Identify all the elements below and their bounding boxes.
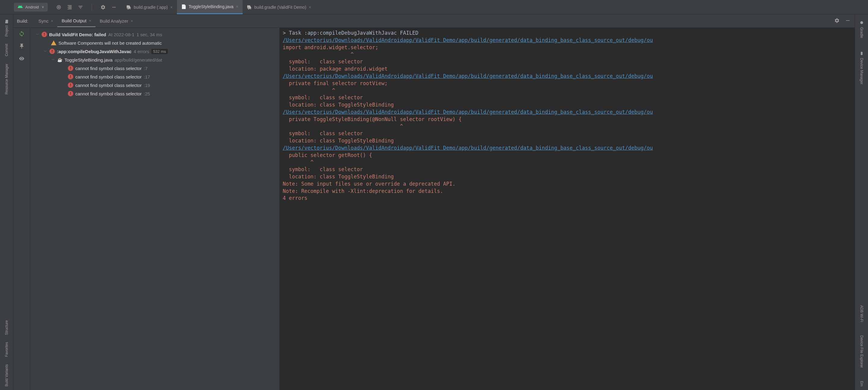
tree-action-column [13, 28, 30, 390]
build-label: Build: [17, 19, 28, 24]
right-tool-strip: Gradle Device Manager ADB Wi-Fi Device F… [855, 15, 868, 390]
right-tab-device-manager[interactable]: Device Manager [858, 48, 865, 88]
build-console[interactable]: > Task :app:compileDebugJavaWithJavac FA… [280, 28, 855, 390]
build-tab-sync[interactable]: Sync× [34, 16, 58, 27]
right-tab-device-file-explorer[interactable]: Device File Explorer [858, 332, 865, 371]
tree-file[interactable]: ﹀ ☕ ToggleStyleBinding.java app/build/ge… [30, 56, 279, 64]
error-icon: ! [41, 32, 47, 37]
top-toolbar: Android ▾ 🐘 build.gradle (:app) × 📄 Togg… [0, 0, 868, 15]
view-icon[interactable] [19, 56, 25, 62]
gradle-icon: 🐘 [247, 5, 252, 10]
left-tab-structure[interactable]: Structure [3, 317, 10, 339]
gear-icon[interactable] [834, 18, 840, 24]
rerun-icon[interactable] [19, 31, 25, 38]
java-file-icon: ☕ [57, 57, 62, 62]
editor-tab-label: ToggleStyleBinding.java [189, 4, 234, 9]
file-path-link[interactable]: /Users/vectorius/Downloads/ValidAndroida… [283, 73, 653, 79]
chevron-down-icon[interactable]: ﹀ [35, 32, 39, 37]
warning-icon [51, 40, 56, 45]
svg-rect-2 [112, 7, 116, 7]
android-icon [18, 4, 23, 10]
left-tab-resource-manager[interactable]: Resource Manager [3, 60, 10, 98]
editor-tab-label: build.gradle (ValidFit Demo) [254, 5, 306, 10]
file-path-link[interactable]: /Users/vectorius/Downloads/ValidAndroida… [283, 109, 653, 115]
close-icon[interactable]: × [236, 4, 239, 9]
toolbar-icon-group [56, 4, 117, 11]
left-tool-strip: Project Commit Resource Manager Structur… [0, 15, 13, 390]
chevron-down-icon[interactable]: ﹀ [51, 58, 55, 62]
error-icon: ! [68, 65, 73, 71]
close-icon[interactable]: × [309, 5, 311, 10]
run-config-label: Android [25, 5, 39, 9]
right-tab-gradle[interactable]: Gradle [858, 17, 865, 41]
left-tab-project[interactable]: Project [3, 16, 10, 40]
error-icon: ! [68, 74, 73, 79]
error-icon: ! [68, 82, 73, 88]
tree-error-item[interactable]: ! cannot find symbol class selector :19 [30, 81, 279, 89]
svg-rect-6 [861, 52, 863, 55]
svg-point-1 [58, 6, 60, 8]
close-icon[interactable]: × [89, 19, 91, 23]
left-tab-favorites[interactable]: Favorites [3, 338, 10, 360]
chevron-down-icon[interactable]: ﹀ [43, 49, 47, 54]
target-icon[interactable] [56, 4, 61, 10]
tree-compile-task[interactable]: ﹀ ! :app:compileDebugJavaWithJavac 4 err… [30, 47, 279, 56]
left-tab-commit[interactable]: Commit [3, 40, 10, 60]
editor-tabs: 🐘 build.gradle (:app) × 📄 ToggleStyleBin… [122, 0, 315, 14]
tree-error-item[interactable]: ! cannot find symbol class selector :25 [30, 89, 279, 98]
editor-tab-build-gradle-demo[interactable]: 🐘 build.gradle (ValidFit Demo) × [243, 0, 315, 14]
build-tab-output[interactable]: Build Output× [57, 15, 95, 27]
editor-tab-label: build.gradle (:app) [134, 5, 168, 10]
svg-point-0 [57, 5, 61, 9]
gradle-icon: 🐘 [126, 5, 131, 10]
svg-point-5 [860, 21, 863, 24]
duration-badge: 532 ms [151, 49, 168, 54]
file-path-link[interactable]: /Users/vectorius/Downloads/ValidAndroida… [283, 37, 653, 43]
error-icon: ! [68, 91, 73, 96]
build-tool-header: Build: Sync× Build Output× Build Analyze… [13, 15, 855, 28]
editor-tab-togglestylebinding[interactable]: 📄 ToggleStyleBinding.java × [177, 0, 243, 14]
filter-icon[interactable] [78, 4, 83, 10]
svg-point-4 [21, 58, 22, 59]
tree-warning[interactable]: Software Components will not be created … [30, 39, 279, 47]
build-tree-panel: ﹀ ! Build ValidFit Demo: failed At 2022-… [30, 28, 280, 390]
separator [92, 4, 92, 11]
run-config-dropdown[interactable]: Android ▾ [14, 3, 48, 11]
editor-tab-build-gradle-app[interactable]: 🐘 build.gradle (:app) × [122, 0, 177, 14]
left-tab-build-variants[interactable]: Build Variants [3, 361, 10, 390]
chevron-down-icon: ▾ [42, 5, 44, 9]
pin-icon[interactable] [19, 43, 25, 50]
tree-error-item[interactable]: ! cannot find symbol class selector :7 [30, 64, 279, 73]
close-icon[interactable]: × [51, 19, 53, 23]
minimize-icon[interactable] [845, 18, 850, 24]
gear-icon[interactable] [100, 4, 106, 10]
build-tab-analyzer[interactable]: Build Analyzer× [96, 16, 137, 27]
java-icon: 📄 [181, 4, 186, 9]
right-tab-adb-wifi[interactable]: ADB Wi-Fi [858, 302, 865, 326]
minimize-icon[interactable] [111, 4, 117, 10]
close-icon[interactable]: × [170, 5, 173, 10]
close-icon[interactable]: × [131, 19, 133, 23]
svg-rect-3 [846, 20, 849, 21]
right-tab-emulator[interactable]: Em [858, 377, 865, 390]
tree-error-item[interactable]: ! cannot find symbol class selector :17 [30, 73, 279, 81]
tree-root-build[interactable]: ﹀ ! Build ValidFit Demo: failed At 2022-… [30, 30, 279, 39]
indent-icon[interactable] [67, 4, 72, 10]
error-icon: ! [50, 49, 55, 54]
file-path-link[interactable]: /Users/vectorius/Downloads/ValidAndroida… [283, 145, 653, 151]
